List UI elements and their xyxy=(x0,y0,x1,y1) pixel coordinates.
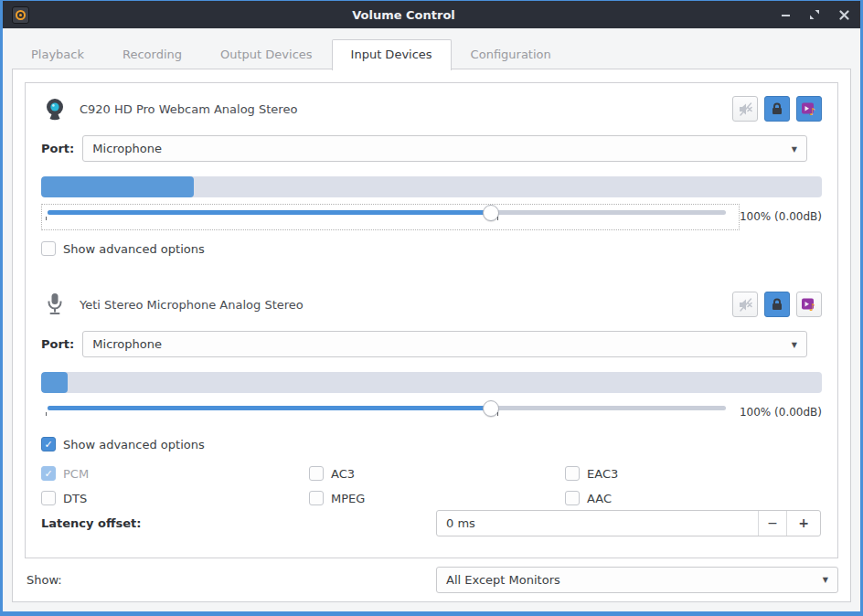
advanced-options-row: ✓ Show advanced options xyxy=(41,436,822,452)
volume-slider[interactable] xyxy=(41,399,740,426)
fallback-media-icon: ♪ xyxy=(801,101,817,117)
muted-speaker-icon xyxy=(738,101,753,117)
advanced-options-label: Show advanced options xyxy=(63,438,205,451)
codec-eac3: EAC3 xyxy=(565,465,822,482)
lock-icon xyxy=(770,101,784,116)
close-icon xyxy=(839,10,849,20)
show-label: Show: xyxy=(27,573,62,587)
show-filter-row: Show: All Except Monitors ▼ xyxy=(27,566,838,593)
slider-mark-100 xyxy=(497,217,498,220)
advanced-options-label: Show advanced options xyxy=(63,242,205,256)
codec-mpeg-checkbox[interactable] xyxy=(309,491,324,505)
mute-button[interactable] xyxy=(732,96,758,122)
minimize-icon xyxy=(781,10,791,20)
device-c920-webcam: C920 HD Pro Webcam Analog Stereo xyxy=(41,95,822,257)
codec-pcm-checkbox[interactable]: ✓ xyxy=(41,466,56,481)
latency-offset-label: Latency offset: xyxy=(41,516,141,530)
port-select[interactable]: Microphone ▼ xyxy=(82,331,807,357)
spin-plus-button[interactable]: + xyxy=(786,511,820,536)
device-name: C920 HD Pro Webcam Analog Stereo xyxy=(80,102,732,116)
svg-text:♪: ♪ xyxy=(809,106,815,117)
port-value: Microphone xyxy=(92,142,162,155)
unmaximize-icon xyxy=(809,9,820,20)
port-value: Microphone xyxy=(92,337,162,351)
volume-value: 100% (0.00dB) xyxy=(740,204,822,223)
codec-pcm: ✓ PCM xyxy=(41,465,309,482)
port-label: Port: xyxy=(41,337,74,351)
fallback-media-icon: ♪ xyxy=(801,296,817,313)
window-title: Volume Control xyxy=(29,8,778,22)
codec-ac3-checkbox[interactable] xyxy=(309,466,324,481)
port-label: Port: xyxy=(41,142,74,155)
show-filter-value: All Except Monitors xyxy=(446,573,560,587)
volume-control-window: Volume Control Playback Recording O xyxy=(0,0,863,616)
codec-ac3: AC3 xyxy=(309,465,565,482)
codec-options: ✓ PCM AC3 EAC3 xyxy=(41,465,822,506)
latency-offset-value[interactable]: 0 ms xyxy=(437,511,758,536)
lock-channels-button[interactable] xyxy=(764,292,790,317)
volume-value: 100% (0.00dB) xyxy=(740,399,822,419)
codec-dts-checkbox[interactable] xyxy=(41,491,56,505)
peak-meter-fill xyxy=(41,372,68,393)
tab-playback[interactable]: Playback xyxy=(12,39,103,69)
device-list: C920 HD Pro Webcam Analog Stereo xyxy=(25,82,838,558)
chevron-down-icon: ▼ xyxy=(823,576,828,584)
muted-speaker-icon xyxy=(738,297,753,313)
chevron-down-icon: ▼ xyxy=(792,144,797,153)
port-select[interactable]: Microphone ▼ xyxy=(82,135,807,162)
tab-bar: Playback Recording Output Devices Input … xyxy=(12,38,851,69)
peak-meter xyxy=(41,176,822,197)
tab-output-devices[interactable]: Output Devices xyxy=(201,39,332,69)
advanced-options-checkbox[interactable] xyxy=(41,241,56,256)
close-button[interactable] xyxy=(836,7,851,22)
codec-aac-checkbox[interactable] xyxy=(565,491,580,505)
device-name: Yeti Stereo Microphone Analog Stereo xyxy=(80,298,732,312)
show-filter-select[interactable]: All Except Monitors ▼ xyxy=(436,567,838,593)
tab-recording[interactable]: Recording xyxy=(103,39,201,69)
slider-mark-base xyxy=(46,412,47,416)
codec-aac: AAC xyxy=(565,490,822,506)
chevron-down-icon: ▼ xyxy=(792,340,797,348)
codec-mpeg: MPEG xyxy=(309,490,565,506)
tab-input-devices[interactable]: Input Devices xyxy=(332,39,452,70)
advanced-options-checkbox[interactable]: ✓ xyxy=(41,437,56,451)
tab-configuration[interactable]: Configuration xyxy=(452,39,570,69)
codec-eac3-checkbox[interactable] xyxy=(565,466,580,481)
minimize-button[interactable] xyxy=(778,7,793,22)
peak-meter xyxy=(41,372,822,393)
volume-slider[interactable] xyxy=(41,204,740,230)
lock-channels-button[interactable] xyxy=(764,96,790,122)
set-fallback-button[interactable]: ♪ xyxy=(796,292,822,317)
unmaximize-button[interactable] xyxy=(807,7,822,22)
titlebar[interactable]: Volume Control xyxy=(3,1,860,28)
input-devices-page: C920 HD Pro Webcam Analog Stereo xyxy=(12,69,851,602)
speaker-app-icon xyxy=(12,6,29,24)
codec-dts: DTS xyxy=(41,490,309,506)
peak-meter-fill xyxy=(41,176,194,197)
device-yeti-mic: Yeti Stereo Microphone Analog Stereo xyxy=(41,291,822,536)
set-fallback-button[interactable]: ♪ xyxy=(796,96,822,122)
spin-minus-button[interactable]: − xyxy=(758,511,786,536)
slider-fill xyxy=(48,210,491,215)
slider-mark-100 xyxy=(497,412,498,416)
svg-text:♪: ♪ xyxy=(809,302,815,313)
lock-icon xyxy=(770,297,784,312)
slider-fill xyxy=(48,406,491,410)
advanced-options-row: Show advanced options xyxy=(41,240,822,257)
latency-offset-spinbutton[interactable]: 0 ms − + xyxy=(436,510,821,536)
microphone-icon xyxy=(41,292,69,316)
slider-mark-base xyxy=(46,217,47,220)
mute-button[interactable] xyxy=(732,292,758,317)
latency-offset-row: Latency offset: 0 ms − + xyxy=(41,509,822,536)
webcam-icon xyxy=(41,97,69,122)
